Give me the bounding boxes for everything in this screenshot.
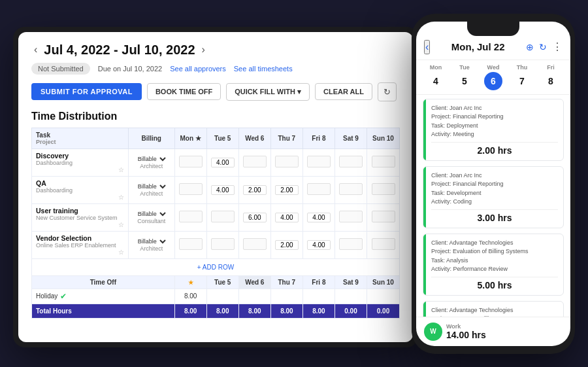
billing-select[interactable]: Billable — [135, 237, 168, 245]
time-input[interactable] — [275, 185, 299, 195]
empty-time-cell — [179, 211, 203, 222]
entry-meta-line: Project: Evaluation of Billing Systems — [431, 247, 558, 256]
empty-time-cell — [179, 183, 203, 195]
day-cell-0 — [174, 231, 206, 258]
phone-refresh-button[interactable]: ↻ — [539, 42, 547, 52]
col-header-task: Task Project — [32, 128, 129, 149]
day-cell-1 — [206, 149, 238, 176]
phone-footer: W Work 14.00 hrs — [416, 317, 570, 346]
empty-time-cell — [339, 211, 363, 222]
day-cell-5 — [335, 149, 367, 176]
day-item-8[interactable]: Fri 8 — [542, 64, 560, 90]
total-day-6: 0.00 — [367, 304, 400, 318]
entry-meta-line: Activity: Coding — [431, 198, 558, 207]
holiday-wed — [238, 288, 270, 304]
day-cell-5 — [335, 176, 367, 203]
task-name-cell: QA Dashboarding ☆ — [32, 176, 129, 203]
phone-add-button[interactable]: ⊕ — [526, 42, 534, 52]
day-cell-3 — [270, 176, 302, 203]
work-badge: W Work 14.00 hrs — [424, 323, 486, 341]
tablet-screen: ‹ Jul 4, 2022 - Jul 10, 2022 › Not Submi… — [18, 32, 413, 342]
billing-select[interactable]: Billable — [135, 183, 168, 190]
add-row-link[interactable]: + ADD ROW — [36, 261, 395, 273]
billing-select[interactable]: Billable — [135, 155, 168, 163]
see-timesheets-link[interactable]: See all timesheets — [234, 65, 293, 73]
time-input[interactable] — [243, 185, 267, 195]
phone-more-button[interactable]: ⋮ — [552, 41, 563, 53]
time-input[interactable] — [275, 240, 299, 250]
status-badge: Not Submitted — [31, 63, 90, 75]
empty-time-cell — [211, 238, 235, 250]
day-item-7[interactable]: Thu 7 — [513, 64, 531, 90]
day-cell-3 — [270, 149, 302, 176]
day-selector: Mon 4 Tue 5 Wed 6 Thu 7 Fri 8 — [416, 60, 570, 95]
refresh-button[interactable]: ↻ — [378, 82, 397, 101]
entry-card[interactable]: Client: Advantage TechnologiesProject: C… — [423, 301, 564, 317]
favorite-star-icon[interactable]: ☆ — [118, 249, 124, 256]
day-label: Tue — [459, 64, 469, 71]
holiday-fri — [302, 288, 335, 304]
favorite-star-icon[interactable]: ☆ — [118, 221, 124, 228]
billing-select[interactable]: Billable — [135, 210, 168, 218]
time-input[interactable] — [211, 185, 235, 195]
day-label: Thu — [517, 64, 528, 71]
entry-card-content: Client: Joan Arc IncProject: Financial R… — [426, 167, 563, 228]
task-name-cell: Vendor Selection Online Sales ERP Enable… — [32, 231, 129, 258]
entry-meta: Client: Advantage TechnologiesProject: C… — [431, 306, 558, 317]
day-item-6[interactable]: Wed 6 — [484, 64, 502, 90]
action-bar: SUBMIT FOR APPROVAL BOOK TIME OFF QUICK … — [31, 82, 400, 101]
entry-meta-line: Client: Advantage Technologies — [431, 306, 558, 315]
time-input[interactable] — [211, 158, 235, 167]
day-number: 7 — [513, 72, 531, 90]
holiday-mon-value: 8.00 — [174, 288, 206, 304]
time-input[interactable] — [307, 213, 331, 222]
prev-date-button[interactable]: ‹ — [31, 44, 40, 56]
day-item-4[interactable]: Mon 4 — [427, 64, 445, 90]
clear-all-button[interactable]: CLEAR ALL — [315, 83, 372, 100]
work-info: Work 14.00 hrs — [446, 323, 486, 340]
col-header-sat: Sat 9 — [335, 128, 367, 149]
submit-approval-button[interactable]: SUBMIT FOR APPROVAL — [31, 83, 142, 100]
entry-card[interactable]: Client: Joan Arc IncProject: Financial R… — [423, 99, 564, 161]
day-number: 4 — [427, 72, 445, 90]
next-date-button[interactable]: › — [199, 44, 208, 56]
date-range-title: Jul 4, 2022 - Jul 10, 2022 — [44, 43, 195, 58]
billing-cell: Billable Architect — [128, 176, 174, 203]
phone-entries: Client: Joan Arc IncProject: Financial R… — [416, 95, 570, 317]
day-cell-1 — [206, 176, 238, 203]
day-cell-0 — [174, 149, 206, 176]
day-cell-2 — [238, 149, 270, 176]
day-label: Mon — [430, 64, 442, 71]
day-item-5[interactable]: Tue 5 — [455, 64, 474, 90]
table-row: QA Dashboarding ☆ Billable Architect — [32, 176, 400, 203]
quick-fill-button[interactable]: QUICK FILL WITH ▾ — [226, 83, 310, 101]
entry-meta-line: Activity: Performance Review — [431, 265, 558, 274]
work-label: Work — [446, 323, 486, 330]
total-day-0: 8.00 — [174, 304, 206, 318]
favorite-star-icon[interactable]: ☆ — [118, 194, 124, 201]
entry-meta-line: Project: Financial Reporting — [431, 180, 558, 189]
billing-cell: Billable Consultant — [128, 203, 174, 231]
day-number: 6 — [484, 72, 502, 90]
entry-card[interactable]: Client: Joan Arc IncProject: Financial R… — [423, 166, 564, 228]
favorite-star-icon[interactable]: ☆ — [118, 166, 124, 173]
entry-card[interactable]: Client: Advantage TechnologiesProject: E… — [423, 234, 564, 296]
col-header-tue: Tue 5 — [206, 128, 238, 149]
entry-meta: Client: Joan Arc IncProject: Financial R… — [431, 171, 558, 207]
see-approvers-link[interactable]: See all approvers — [170, 65, 226, 73]
phone-back-button[interactable]: ‹ — [424, 40, 430, 54]
table-row: User training New Customer Service Syste… — [32, 203, 400, 231]
day-cell-5 — [335, 231, 367, 258]
day-label: Wed — [487, 64, 500, 71]
time-input[interactable] — [275, 213, 299, 222]
book-time-off-button[interactable]: BOOK TIME OFF — [147, 83, 221, 100]
time-input[interactable] — [243, 213, 267, 222]
total-label: Total Hours — [32, 304, 175, 318]
day-cell-6 — [367, 176, 400, 203]
empty-time-cell — [372, 211, 395, 222]
empty-time-cell — [339, 238, 363, 250]
entry-meta-line: Task: Development — [431, 189, 558, 198]
billing-cell: Billable Architect — [128, 231, 174, 258]
total-day-2: 8.00 — [238, 304, 270, 318]
time-input[interactable] — [307, 240, 331, 250]
